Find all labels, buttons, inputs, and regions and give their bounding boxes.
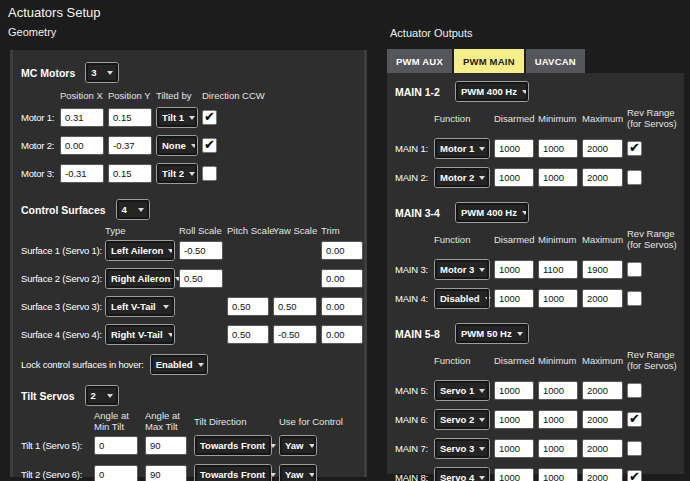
main-4-rev-range-checkbox[interactable] [627,291,642,306]
main-5-minimum-field[interactable] [538,381,578,400]
main-3-4-rate-dropdown[interactable]: PWM 400 Hz [455,202,529,223]
main-8-rev-range-checkbox[interactable] [627,470,642,481]
surface-3-yaw-scale-field[interactable] [273,297,317,316]
main-5-rev-range-checkbox[interactable] [627,383,642,398]
main-4-minimum-field[interactable] [538,289,578,308]
col-header-trim: Trim [321,225,363,236]
main-1-maximum-field[interactable] [582,139,623,158]
tilt-2-direction-dropdown[interactable]: Towards Front [194,464,272,481]
col-header-direction-ccw: Direction CCW [202,90,218,101]
surface-4-type-dropdown[interactable]: Right V-Tail [105,324,175,345]
main-6-disarmed-field[interactable] [494,410,534,429]
surface-1-type-dropdown[interactable]: Left Aileron [105,240,175,261]
chevron-down-icon [168,333,174,337]
main-6-function-dropdown[interactable]: Servo 2 [434,409,490,430]
main-5-disarmed-field[interactable] [494,381,534,400]
control-surfaces-count-dropdown[interactable]: 4 [116,199,150,220]
main-1-rev-range-checkbox[interactable] [627,141,642,156]
main-7-function-dropdown[interactable]: Servo 3 [434,438,490,459]
tilt-2-label: Tilt 2 (Servo 6): [21,469,87,480]
tilt-2-angle-min-field[interactable] [94,465,138,481]
motor-1-tilted-by-dropdown[interactable]: Tilt 1 [156,107,198,128]
tilt-1-control-dropdown[interactable]: Yaw [279,435,317,456]
surface-3-pitch-scale-field[interactable] [227,297,269,316]
main-8-maximum-field[interactable] [582,468,623,481]
tab-uavcan[interactable]: UAVCAN [526,49,585,73]
surface-2-roll-scale-field[interactable] [179,269,223,288]
actuator-outputs-panel: MAIN 1-2 PWM 400 Hz Function Disarmed Mi… [387,73,684,474]
main-4-maximum-field[interactable] [582,289,623,308]
chevron-down-icon [479,447,485,451]
main-3-disarmed-field[interactable] [494,260,534,279]
main-3-maximum-field[interactable] [582,260,623,279]
main-5-maximum-field[interactable] [582,381,623,400]
main-7-minimum-field[interactable] [538,439,578,458]
main-3-minimum-field[interactable] [538,260,578,279]
motor-1-ccw-checkbox[interactable] [202,110,217,125]
main-1-disarmed-field[interactable] [494,139,534,158]
main-1-function-dropdown[interactable]: Motor 1 [434,138,490,159]
main-7-disarmed-field[interactable] [494,439,534,458]
surface-3-trim-field[interactable] [321,297,363,316]
motor-row: Motor 3: Tilt 2 [21,163,364,184]
motor-2-tilted-by-dropdown[interactable]: None [156,135,198,156]
main-7-maximum-field[interactable] [582,439,623,458]
motor-1-position-y-field[interactable] [108,108,152,127]
main-8-minimum-field[interactable] [538,468,578,481]
main-4-function-dropdown[interactable]: Disabled [434,288,490,309]
main-2-function-dropdown[interactable]: Motor 2 [434,167,490,188]
mc-motors-count-dropdown[interactable]: 3 [85,62,119,83]
tilt-servos-count-dropdown[interactable]: 2 [85,385,119,406]
surface-2-label: Surface 2 (Servo 2): [21,273,101,284]
tab-pwm-aux[interactable]: PWM AUX [387,49,452,73]
main-3-rev-range-checkbox[interactable] [627,262,642,277]
tilt-2-control-dropdown[interactable]: Yaw [279,464,317,481]
main-3-function-dropdown[interactable]: Motor 3 [434,259,490,280]
col-header-rev-range: Rev Range (for Servos) [627,107,685,129]
col-header-use-for-control: Use for Control [279,416,317,427]
motor-2-position-y-field[interactable] [108,136,152,155]
main-6-label: MAIN 6: [395,414,430,425]
surface-4-pitch-scale-field[interactable] [227,325,269,344]
surface-4-yaw-scale-field[interactable] [273,325,317,344]
output-row: MAIN 6: Servo 2 [395,409,684,430]
surface-1-trim-field[interactable] [321,241,363,260]
surface-1-roll-scale-field[interactable] [179,241,223,260]
surface-2-trim-field[interactable] [321,269,363,288]
motor-3-position-y-field[interactable] [108,164,152,183]
main-2-rev-range-checkbox[interactable] [627,170,642,185]
main-5-function-dropdown[interactable]: Servo 1 [434,380,490,401]
col-header-tilted-by: Tilted by [156,90,198,101]
tab-pwm-main[interactable]: PWM MAIN [454,49,524,73]
surface-4-trim-field[interactable] [321,325,363,344]
main-8-disarmed-field[interactable] [494,468,534,481]
main-1-minimum-field[interactable] [538,139,578,158]
tilt-1-angle-min-field[interactable] [94,436,138,455]
main-8-function-dropdown[interactable]: Servo 4 [434,467,490,481]
main-1-2-rate-dropdown[interactable]: PWM 400 Hz [455,81,529,102]
output-group-main-3-4: MAIN 3-4 PWM 400 Hz Function Disarmed Mi… [395,202,684,309]
tilt-2-angle-max-field[interactable] [145,465,187,481]
chevron-down-icon [479,389,485,393]
main-4-disarmed-field[interactable] [494,289,534,308]
tilt-1-direction-dropdown[interactable]: Towards Front [194,435,272,456]
motor-3-ccw-checkbox[interactable] [202,166,217,181]
main-6-maximum-field[interactable] [582,410,623,429]
main-2-maximum-field[interactable] [582,168,623,187]
surface-2-type-dropdown[interactable]: Right Aileron [105,268,175,289]
surface-3-type-dropdown[interactable]: Left V-Tail [105,296,175,317]
main-5-8-rate-dropdown[interactable]: PWM 50 Hz [455,323,529,344]
main-2-minimum-field[interactable] [538,168,578,187]
main-6-minimum-field[interactable] [538,410,578,429]
main-2-disarmed-field[interactable] [494,168,534,187]
motor-3-position-x-field[interactable] [60,164,104,183]
tilt-1-angle-max-field[interactable] [145,436,187,455]
motor-2-ccw-checkbox[interactable] [202,138,217,153]
motor-1-position-x-field[interactable] [60,108,104,127]
output-row: MAIN 7: Servo 3 [395,438,684,459]
motor-3-tilted-by-dropdown[interactable]: Tilt 2 [156,163,198,184]
lock-surfaces-dropdown[interactable]: Enabled [150,354,208,375]
main-7-rev-range-checkbox[interactable] [627,441,642,456]
main-6-rev-range-checkbox[interactable] [627,412,642,427]
motor-2-position-x-field[interactable] [60,136,104,155]
